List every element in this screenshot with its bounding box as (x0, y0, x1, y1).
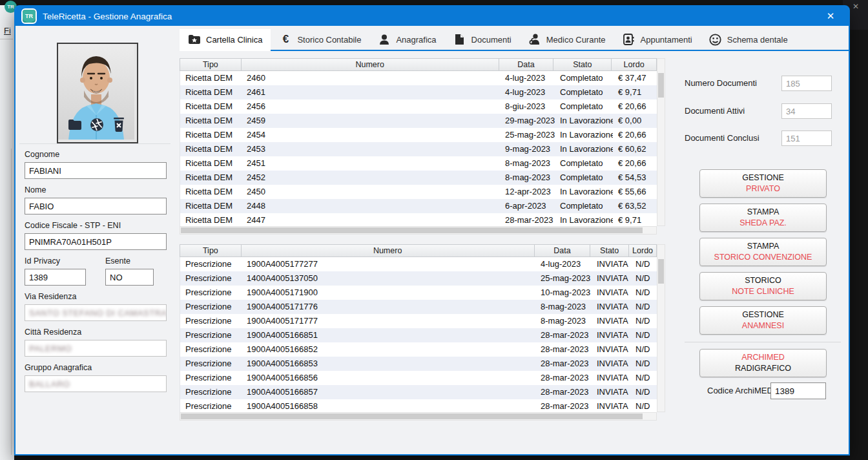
column-header-lordo[interactable]: Lordo (629, 245, 656, 256)
cell-numero: 1900A4005171777 (242, 314, 535, 328)
gruppo-anagrafica-input[interactable]: BALLARO (25, 375, 167, 392)
cell-lordo: € 20,66 (613, 156, 657, 171)
camera-shutter-button[interactable] (90, 118, 104, 132)
column-header-tipo[interactable]: Tipo (180, 59, 242, 70)
doctor-icon (528, 33, 541, 46)
ricetta-row[interactable]: Ricetta DEM 2450 12-apr-2023 In Lavorazi… (180, 185, 657, 199)
window-title: TeleRicetta - Gestione Anagrafica (43, 12, 172, 21)
ricetta-row[interactable]: Ricetta DEM 2453 9-mag-2023 In Lavorazio… (180, 142, 657, 156)
cell-stato: Completato (555, 85, 613, 99)
citta-residenza-input[interactable]: PALERMO (25, 340, 167, 357)
tab-label: Storico Contabile (297, 35, 361, 45)
scrollbar-thumb[interactable] (181, 227, 643, 233)
ricetta-row[interactable]: Ricetta DEM 2459 29-mag-2023 In Lavorazi… (180, 114, 657, 128)
cell-lordo: N/D (630, 399, 657, 412)
stampa-storico-convenzione-button[interactable]: STAMPA STORICO CONVENZIONE (699, 238, 827, 266)
column-header-stato[interactable]: Stato (590, 245, 629, 256)
ricetta-row[interactable]: Ricetta DEM 2447 28-mar-2023 In Lavorazi… (180, 213, 657, 226)
tab-schema-dentale[interactable]: Schema dentale (701, 29, 796, 50)
prescrizioni-header: Tipo Numero Data Stato Lordo (180, 244, 657, 257)
cell-data: 12-apr-2023 (500, 185, 555, 199)
citta-residenza-label: Città Residenza (25, 328, 167, 337)
scrollbar-thumb[interactable] (181, 413, 643, 419)
horizontal-scrollbar[interactable] (180, 412, 657, 421)
prescrizione-row[interactable]: Prescrizione 1400A4005137050 25-mag-2023… (180, 271, 657, 286)
column-header-numero[interactable]: Numero (242, 59, 499, 70)
tab-medico-curante[interactable]: Medico Curante (520, 29, 614, 50)
codice-archimed-input[interactable] (770, 382, 826, 399)
citta-residenza-field: Città Residenza PALERMO (25, 328, 167, 357)
cell-tipo: Ricetta DEM (180, 142, 242, 156)
prescrizione-row[interactable]: Prescrizione 1900A4005166853 28-mar-2023… (180, 357, 657, 371)
scrollbar-thumb[interactable] (658, 73, 664, 98)
prescrizione-row[interactable]: Prescrizione 1900A4005171900 10-mag-2023… (180, 286, 657, 300)
ricetta-row[interactable]: Ricetta DEM 2451 8-mag-2023 Completato €… (180, 156, 657, 171)
stampa-scheda-paziente-button[interactable]: STAMPA SHEDA PAZ. (699, 204, 827, 232)
cell-tipo: Ricetta DEM (180, 99, 242, 114)
cell-lordo: N/D (630, 357, 657, 371)
column-header-tipo[interactable]: Tipo (180, 245, 242, 256)
tab-appuntamenti[interactable]: Appuntamenti (614, 29, 701, 50)
prescrizione-row[interactable]: Prescrizione 1900A4005171777 8-mag-2023 … (180, 314, 657, 328)
numero-documenti-value (781, 76, 832, 91)
cell-tipo: Prescrizione (180, 399, 242, 412)
gestione-anamnesi-button[interactable]: GESTIONE ANAMNESI (699, 306, 827, 335)
delete-photo-button[interactable] (112, 118, 126, 132)
ricetta-row[interactable]: Ricetta DEM 2461 4-lug-2023 Completato €… (180, 85, 657, 99)
esente-input[interactable] (105, 269, 154, 286)
cognome-input[interactable] (25, 162, 167, 179)
column-header-numero[interactable]: Numero (242, 245, 535, 256)
ricetta-row[interactable]: Ricetta DEM 2460 4-lug-2023 Completato €… (180, 71, 657, 85)
tab-documenti[interactable]: Documenti (445, 29, 520, 50)
codice-fiscale-input[interactable] (25, 233, 167, 250)
prescrizione-row[interactable]: Prescrizione 1900A4005171776 8-mag-2023 … (180, 300, 657, 314)
numero-documenti-row: Numero Documenti (685, 76, 832, 91)
column-header-data[interactable]: Data (499, 59, 554, 70)
tab-label: Medico Curante (546, 35, 606, 45)
titlebar[interactable]: TR TeleRicetta - Gestione Anagrafica ✕ (16, 6, 849, 26)
ricetta-row[interactable]: Ricetta DEM 2454 25-mag-2023 In Lavorazi… (180, 128, 657, 142)
column-header-data[interactable]: Data (535, 245, 591, 256)
horizontal-scrollbar[interactable] (180, 226, 657, 235)
codice-fiscale-label: Codice Fiscale - STP - ENI (25, 221, 167, 230)
prescrizione-row[interactable]: Prescrizione 1900A4005166851 28-mar-2023… (180, 328, 657, 342)
cell-data: 8-giu-2023 (500, 99, 555, 114)
cell-stato: INVIATA (592, 357, 630, 371)
prescrizione-row[interactable]: Prescrizione 1900A4005166852 28-mar-2023… (180, 342, 657, 357)
cell-lordo: N/D (630, 286, 657, 300)
cell-data: 8-mag-2023 (535, 300, 592, 314)
prescrizione-row[interactable]: Prescrizione 1900A4005177277 4-lug-2023 … (180, 257, 657, 271)
codice-archimed-label: Codice ArchiMED (707, 386, 773, 395)
cell-numero: 2452 (242, 171, 500, 185)
cell-stato: INVIATA (592, 385, 630, 399)
archimed-radiografico-button[interactable]: ARCHIMED RADIGRAFICO (699, 349, 827, 377)
ricetta-row[interactable]: Ricetta DEM 2452 8-mag-2023 Completato €… (180, 171, 657, 185)
vertical-scrollbar[interactable] (657, 244, 665, 412)
documenti-attivi-row: Documenti Attivi (685, 103, 832, 119)
background-close-icon[interactable]: ✕ (852, 2, 859, 11)
gruppo-anagrafica-label: Gruppo Anagrafica (25, 363, 167, 372)
ricetta-row[interactable]: Ricetta DEM 2448 6-apr-2023 Completato €… (180, 199, 657, 213)
vertical-scrollbar[interactable] (657, 58, 665, 226)
gestione-privato-button[interactable]: GESTIONE PRIVATO (699, 169, 827, 198)
column-header-lordo[interactable]: Lordo (612, 59, 656, 70)
via-residenza-input[interactable]: SANTO STEFANO DI CAMASTRA, 1261 (25, 304, 167, 321)
storico-note-cliniche-button[interactable]: STORICO NOTE CLINICHE (699, 272, 827, 300)
prescrizione-row[interactable]: Prescrizione 1900A4005166858 28-mar-2023… (180, 399, 657, 412)
prescrizione-row[interactable]: Prescrizione 1900A4005166856 28-mar-2023… (180, 371, 657, 385)
scrollbar-thumb[interactable] (658, 259, 664, 284)
id-privacy-input[interactable] (25, 269, 86, 286)
cell-data: 8-mag-2023 (500, 156, 555, 171)
background-file-menu[interactable]: Fi (4, 26, 11, 36)
nome-input[interactable] (25, 198, 167, 214)
tab-anagrafica[interactable]: Anagrafica (369, 29, 444, 50)
cell-lordo: N/D (630, 271, 657, 286)
prescrizione-row[interactable]: Prescrizione 1900A4005166857 28-mar-2023… (180, 385, 657, 399)
open-folder-button[interactable] (68, 118, 82, 132)
cell-data: 28-mar-2023 (535, 342, 592, 357)
column-header-stato[interactable]: Stato (553, 59, 612, 70)
ricetta-row[interactable]: Ricetta DEM 2456 8-giu-2023 Completato €… (180, 99, 657, 114)
tab-storico-contabile[interactable]: € Storico Contabile (271, 29, 369, 50)
close-button[interactable]: ✕ (823, 9, 838, 23)
tab-cartella-clinica[interactable]: Cartella Clinica (180, 29, 271, 51)
